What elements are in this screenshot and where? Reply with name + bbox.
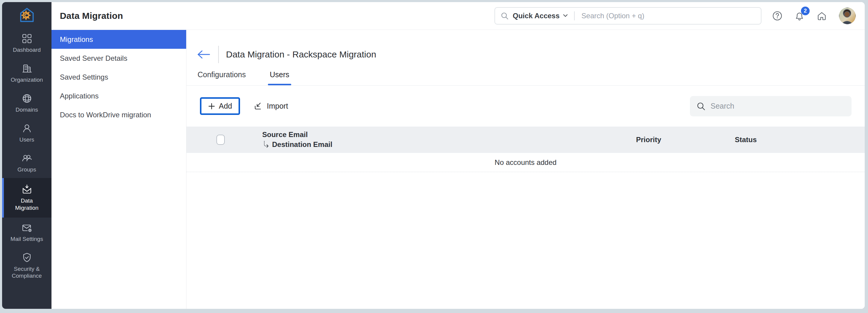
toolbar: Add Import bbox=[186, 86, 865, 127]
data-migration-icon bbox=[22, 184, 32, 195]
submenu-item-docs-to-workdrive[interactable]: Docs to WorkDrive migration bbox=[52, 105, 186, 124]
import-button-label: Import bbox=[267, 102, 288, 111]
home-icon bbox=[816, 11, 827, 21]
title-divider bbox=[218, 46, 219, 63]
submenu-item-label: Docs to WorkDrive migration bbox=[60, 111, 151, 119]
column-source-email: Source Email bbox=[262, 130, 332, 139]
sidebar-item-label: Mail Settings bbox=[10, 236, 43, 243]
submenu-item-label: Saved Settings bbox=[60, 73, 108, 82]
mail-settings-icon bbox=[22, 222, 32, 233]
main-panel: Data Migration - Rackspace Migration Con… bbox=[186, 30, 865, 309]
quick-access-dropdown[interactable]: Quick Access bbox=[513, 12, 560, 20]
notification-badge: 2 bbox=[801, 7, 810, 15]
sidebar-item-dashboard[interactable]: Dashboard bbox=[2, 28, 52, 58]
sidebar-item-security-compliance[interactable]: Security & Compliance bbox=[2, 247, 52, 285]
chevron-down-icon[interactable] bbox=[563, 13, 568, 19]
submenu-item-saved-server-details[interactable]: Saved Server Details bbox=[52, 49, 186, 68]
avatar-image bbox=[839, 7, 856, 24]
help-button[interactable] bbox=[772, 11, 782, 21]
sidebar-item-label: Domains bbox=[16, 106, 38, 114]
table-header-row: Source Email Destination Email Priority … bbox=[186, 127, 865, 153]
submenu-item-label: Migrations bbox=[60, 35, 93, 44]
content-columns: Migrations Saved Server Details Saved Se… bbox=[52, 30, 865, 309]
notifications-button[interactable]: 2 bbox=[794, 11, 805, 21]
dashboard-icon bbox=[22, 33, 32, 44]
user-avatar[interactable] bbox=[839, 7, 856, 24]
add-button[interactable]: Add bbox=[200, 97, 240, 115]
sidebar-item-mail-settings[interactable]: Mail Settings bbox=[2, 218, 52, 247]
user-icon bbox=[22, 123, 32, 134]
search-icon bbox=[500, 12, 509, 20]
sidebar-item-data-migration[interactable]: Data Migration bbox=[2, 178, 52, 218]
search-icon bbox=[696, 102, 706, 111]
column-emails: Source Email Destination Email bbox=[262, 130, 332, 149]
help-icon bbox=[772, 11, 782, 21]
column-status: Status bbox=[735, 135, 757, 144]
sidebar-item-label: Security & Compliance bbox=[9, 265, 45, 280]
plus-icon bbox=[208, 103, 215, 110]
tab-configurations[interactable]: Configurations bbox=[197, 70, 246, 85]
submenu-item-applications[interactable]: Applications bbox=[52, 87, 186, 105]
column-priority: Priority bbox=[636, 135, 661, 144]
app-window: Dashboard Organization Domains bbox=[2, 2, 865, 309]
arrow-left-icon bbox=[197, 50, 210, 59]
add-button-label: Add bbox=[219, 102, 232, 111]
sidebar-item-domains[interactable]: Domains bbox=[2, 88, 52, 118]
app-logo[interactable] bbox=[2, 2, 52, 28]
import-button[interactable]: Import bbox=[252, 101, 290, 111]
globe-icon bbox=[22, 93, 32, 104]
mail-admin-logo-icon bbox=[18, 6, 36, 25]
sidebar-item-label: Groups bbox=[18, 166, 36, 173]
corner-arrow-icon bbox=[263, 140, 270, 149]
submenu-item-saved-settings[interactable]: Saved Settings bbox=[52, 68, 186, 87]
empty-state-message: No accounts added bbox=[495, 158, 557, 167]
select-all-checkbox[interactable] bbox=[216, 135, 225, 145]
primary-sidebar: Dashboard Organization Domains bbox=[2, 2, 52, 309]
app-body: Data Migration Quick Access bbox=[52, 2, 865, 309]
topbar: Data Migration Quick Access bbox=[52, 2, 865, 30]
topbar-icons: 2 bbox=[772, 7, 856, 24]
global-search-input[interactable] bbox=[581, 11, 755, 20]
sidebar-item-label: Data Migration bbox=[9, 197, 45, 212]
table-search-input[interactable] bbox=[710, 101, 845, 111]
secondary-sidebar: Migrations Saved Server Details Saved Se… bbox=[52, 30, 186, 309]
table-search[interactable] bbox=[690, 96, 851, 116]
global-search[interactable]: Quick Access bbox=[494, 7, 762, 25]
sidebar-item-users[interactable]: Users bbox=[2, 118, 52, 148]
tab-bar: Configurations Users bbox=[186, 67, 865, 86]
back-button[interactable] bbox=[197, 50, 210, 59]
page-head: Data Migration - Rackspace Migration bbox=[186, 30, 865, 67]
search-divider bbox=[574, 11, 575, 20]
shield-check-icon bbox=[22, 252, 32, 263]
submenu-item-label: Saved Server Details bbox=[60, 54, 127, 63]
organization-icon bbox=[22, 63, 32, 74]
groups-icon bbox=[22, 153, 32, 164]
submenu-item-migrations[interactable]: Migrations bbox=[52, 30, 186, 49]
submenu-item-label: Applications bbox=[60, 92, 98, 100]
sidebar-item-label: Users bbox=[20, 136, 34, 143]
migration-title: Data Migration - Rackspace Migration bbox=[226, 50, 376, 60]
page-title: Data Migration bbox=[60, 11, 123, 21]
sidebar-item-label: Dashboard bbox=[13, 46, 41, 54]
tab-users[interactable]: Users bbox=[270, 70, 289, 85]
home-button[interactable] bbox=[816, 11, 827, 21]
sidebar-item-groups[interactable]: Groups bbox=[2, 148, 52, 178]
column-destination-email: Destination Email bbox=[263, 140, 332, 149]
sidebar-item-organization[interactable]: Organization bbox=[2, 58, 52, 88]
empty-state-row: No accounts added bbox=[186, 153, 865, 172]
import-icon bbox=[254, 102, 263, 111]
content-filler bbox=[186, 172, 865, 309]
sidebar-item-label: Organization bbox=[11, 76, 43, 84]
